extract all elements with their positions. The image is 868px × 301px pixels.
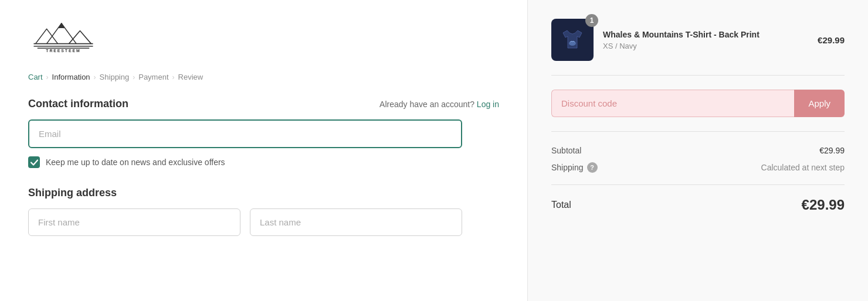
contact-section-header: Contact information Already have an acco… xyxy=(28,98,499,110)
breadcrumb-sep-1: › xyxy=(46,73,49,81)
right-panel: 1 Whales & Mountains T-Shirt - Back Prin… xyxy=(528,0,868,301)
breadcrumb-information: Information xyxy=(52,73,90,81)
shipping-value: Calculated at next step xyxy=(761,163,845,172)
product-variant: XS / Navy xyxy=(603,42,808,50)
subtotal-value: €29.99 xyxy=(819,146,845,155)
newsletter-label: Keep me up to date on news and exclusive… xyxy=(46,158,225,167)
login-link[interactable]: Log in xyxy=(477,100,499,109)
product-item: 1 Whales & Mountains T-Shirt - Back Prin… xyxy=(551,19,845,76)
breadcrumb-sep-2: › xyxy=(94,73,96,81)
breadcrumb-sep-4: › xyxy=(172,73,175,81)
product-info: Whales & Mountains T-Shirt - Back Print … xyxy=(603,30,808,50)
svg-text:TREESTEEM: TREESTEEM xyxy=(46,49,80,53)
last-name-input[interactable] xyxy=(250,208,462,236)
subtotal-label: Subtotal xyxy=(551,146,581,155)
shipping-address-title: Shipping address xyxy=(28,187,499,199)
discount-row: Apply xyxy=(551,90,845,132)
contact-title: Contact information xyxy=(28,98,128,110)
breadcrumb: Cart › Information › Shipping › Payment … xyxy=(28,73,499,81)
shipping-label: Shipping ? xyxy=(551,162,598,173)
total-row: Total €29.99 xyxy=(551,197,845,213)
breadcrumb-payment: Payment xyxy=(138,73,168,81)
already-account-text: Already have an account? Log in xyxy=(379,100,499,109)
left-panel: TREESTEEM Cart › Information › Shipping … xyxy=(0,0,528,301)
breadcrumb-review: Review xyxy=(178,73,204,81)
logo[interactable]: TREESTEEM xyxy=(28,19,499,56)
breadcrumb-sep-3: › xyxy=(133,73,135,81)
email-input-wrapper xyxy=(28,119,499,148)
newsletter-checkbox[interactable] xyxy=(28,156,40,168)
email-input[interactable] xyxy=(28,119,462,148)
shipping-row: Shipping ? Calculated at next step xyxy=(551,162,845,173)
first-name-input[interactable] xyxy=(28,208,240,236)
apply-button[interactable]: Apply xyxy=(794,90,845,117)
shipping-help-icon[interactable]: ? xyxy=(587,162,598,173)
product-image-wrapper: 1 xyxy=(551,19,594,61)
discount-code-input[interactable] xyxy=(551,90,794,117)
breadcrumb-shipping: Shipping xyxy=(100,73,130,81)
breadcrumb-cart[interactable]: Cart xyxy=(28,73,43,81)
total-label: Total xyxy=(551,200,571,210)
summary-section: Subtotal €29.99 Shipping ? Calculated at… xyxy=(551,146,845,185)
name-row xyxy=(28,208,462,236)
product-name: Whales & Mountains T-Shirt - Back Print xyxy=(603,30,808,39)
subtotal-row: Subtotal €29.99 xyxy=(551,146,845,155)
newsletter-row: Keep me up to date on news and exclusive… xyxy=(28,156,499,168)
product-quantity-badge: 1 xyxy=(585,14,598,27)
total-value: €29.99 xyxy=(802,197,845,213)
product-price: €29.99 xyxy=(818,35,845,45)
